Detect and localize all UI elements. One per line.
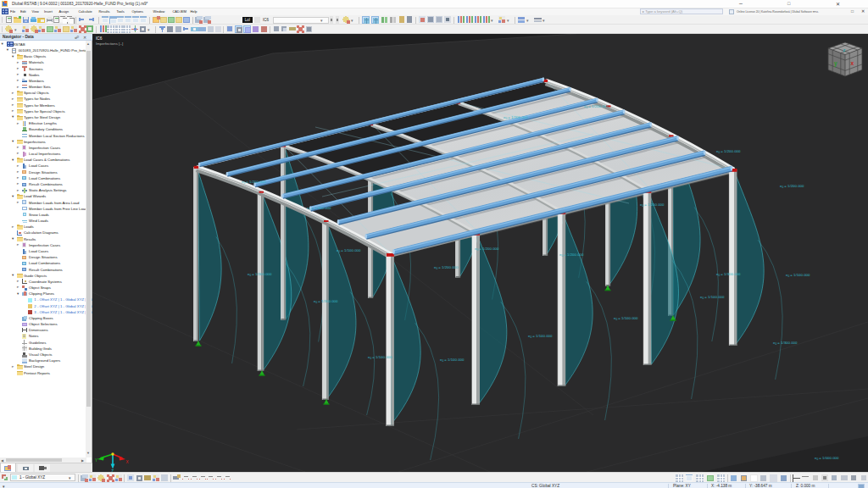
svg-text:= 1/000.000: = 1/000.000	[819, 456, 839, 460]
svg-text:X: X	[126, 460, 129, 464]
svg-text:z: z	[843, 47, 846, 53]
svg-text:= 1/100.000: = 1/100.000	[372, 355, 392, 359]
svg-text:= 1/200.000: = 1/200.000	[508, 115, 528, 119]
svg-text:= 1/100.000: = 1/100.000	[704, 295, 725, 299]
svg-text:IC6: IC6	[96, 36, 103, 41]
svg-text:x: x	[851, 60, 854, 66]
svg-text:= 1/200.000: = 1/200.000	[588, 104, 609, 108]
svg-text:= 1/100.000: = 1/100.000	[444, 358, 465, 362]
svg-text:= 1/200.000: = 1/200.000	[479, 247, 499, 251]
svg-text:= 1/100.000: = 1/100.000	[790, 273, 810, 277]
svg-text:Y: Y	[95, 458, 97, 463]
svg-text:y: y	[834, 60, 837, 67]
svg-text:= 1/100.000: = 1/100.000	[341, 248, 361, 252]
svg-text:= 1/300.000: = 1/300.000	[721, 272, 741, 276]
svg-text:= 1/300.000: = 1/300.000	[318, 299, 338, 303]
svg-text:= 1/300.000: = 1/300.000	[777, 341, 798, 345]
svg-text:= 1/200.000: = 1/200.000	[784, 184, 804, 188]
svg-text:Imperfections [--]: Imperfections [--]	[96, 42, 123, 46]
svg-text:= 1/200.000: = 1/200.000	[246, 180, 266, 184]
svg-text:= 1/100.000: = 1/100.000	[618, 316, 638, 320]
svg-text:= 1/100.000: = 1/100.000	[532, 334, 553, 338]
svg-text:= 1/300.000: = 1/300.000	[252, 272, 272, 276]
svg-text:= 1/200.000: = 1/200.000	[438, 265, 459, 269]
svg-text:= 1/200.000: = 1/200.000	[644, 202, 665, 207]
svg-text:= 1/200.000: = 1/200.000	[564, 252, 584, 257]
svg-text:= 1/300.000: = 1/300.000	[311, 206, 331, 210]
svg-text:= 1/200.000: = 1/200.000	[721, 149, 741, 153]
